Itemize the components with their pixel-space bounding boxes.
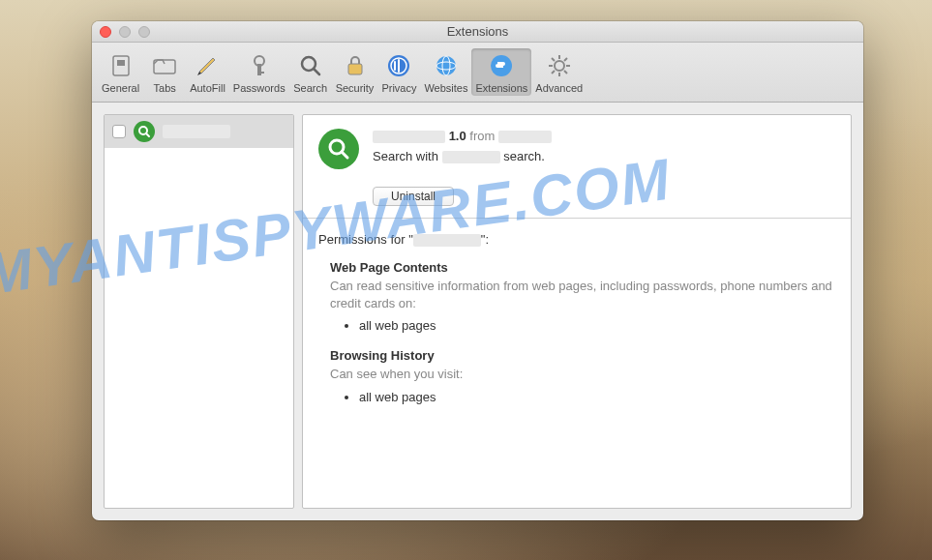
maximize-button[interactable] (138, 26, 150, 38)
uninstall-row: Uninstall (303, 183, 851, 218)
security-icon (340, 50, 371, 81)
tab-general[interactable]: General (98, 48, 143, 96)
tab-security[interactable]: Security (332, 48, 378, 96)
extension-header: 1.0 from Search with search. (303, 115, 851, 183)
extension-enable-checkbox[interactable] (112, 125, 126, 138)
extension-name-redacted (163, 125, 230, 138)
svg-point-15 (555, 61, 564, 71)
permission-item: all web pages (359, 318, 835, 333)
permission-list: all web pages (330, 318, 835, 333)
autofill-icon (192, 50, 223, 81)
passwords-icon (244, 50, 275, 81)
extension-desc-redacted (442, 151, 500, 163)
minimize-button[interactable] (119, 26, 131, 38)
extension-title-line: 1.0 from (373, 129, 835, 143)
permission-heading: Browsing History (330, 348, 835, 363)
close-button[interactable] (100, 26, 111, 38)
toolbar: General Tabs AutoFill Passwords Search (92, 43, 863, 103)
tab-websites[interactable]: Websites (420, 48, 471, 96)
websites-icon (431, 50, 462, 81)
permission-list: all web pages (330, 390, 835, 404)
permission-section-webpage: Web Page Contents Can read sensitive inf… (318, 260, 835, 333)
titlebar: Extensions (92, 21, 863, 43)
extensions-sidebar (104, 114, 294, 509)
svg-point-11 (436, 56, 456, 75)
permission-description: Can see when you visit: (330, 366, 835, 383)
svg-line-25 (146, 133, 149, 136)
window-title: Extensions (92, 24, 863, 39)
tab-privacy[interactable]: Privacy (377, 48, 420, 96)
permissions-panel: Permissions for "": Web Page Contents Ca… (303, 219, 851, 433)
extension-details: 1.0 from Search with search. Uninstall (302, 114, 852, 509)
svg-rect-5 (257, 72, 264, 74)
advanced-icon (544, 50, 575, 81)
search-icon (295, 50, 326, 81)
from-label: from (469, 129, 495, 143)
extension-list-item[interactable] (105, 115, 293, 148)
svg-rect-4 (257, 64, 261, 75)
extension-version: 1.0 (449, 129, 466, 143)
svg-rect-2 (154, 60, 175, 74)
extension-icon-small (134, 121, 155, 142)
permission-heading: Web Page Contents (330, 260, 835, 275)
tab-passwords[interactable]: Passwords (229, 48, 289, 96)
svg-line-20 (552, 58, 555, 61)
privacy-icon (383, 50, 414, 81)
svg-line-23 (564, 58, 567, 61)
content-area: 1.0 from Search with search. Uninstall (92, 103, 863, 520)
general-icon (105, 50, 136, 81)
permission-description: Can read sensitive information from web … (330, 278, 835, 312)
permission-section-history: Browsing History Can see when you visit:… (318, 348, 835, 403)
extension-author-redacted (498, 131, 552, 143)
svg-line-7 (314, 69, 319, 74)
tab-search[interactable]: Search (289, 48, 332, 96)
uninstall-button[interactable]: Uninstall (373, 187, 454, 206)
permission-item: all web pages (359, 390, 835, 404)
tab-advanced[interactable]: Advanced (531, 48, 586, 96)
tab-tabs[interactable]: Tabs (143, 48, 186, 96)
preferences-window: Extensions General Tabs AutoFill Passwor… (92, 21, 863, 520)
extension-description: Search with search. (373, 149, 835, 163)
svg-line-21 (564, 71, 567, 74)
tab-autofill[interactable]: AutoFill (186, 48, 229, 96)
tab-extensions[interactable]: Extensions (471, 48, 531, 96)
svg-rect-1 (117, 60, 125, 66)
svg-line-22 (552, 71, 555, 74)
extension-perm-name-redacted (413, 234, 481, 247)
extension-icon-large (318, 129, 359, 169)
extension-info: 1.0 from Search with search. (373, 129, 835, 169)
svg-rect-8 (348, 64, 362, 74)
extension-name-redacted (373, 131, 445, 143)
svg-line-27 (342, 152, 347, 158)
permissions-title: Permissions for "": (318, 232, 835, 247)
tabs-icon (149, 50, 180, 81)
extensions-icon (486, 50, 517, 81)
traffic-lights (100, 26, 150, 38)
